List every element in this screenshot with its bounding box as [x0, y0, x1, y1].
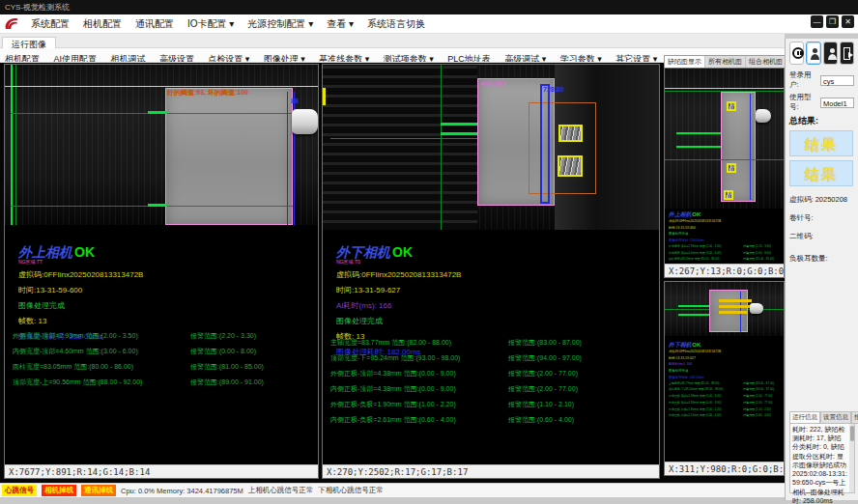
middle-measurements: 主轴宽度=83.77mm 范围:(82.00 - 88.00)报警范围:(83.…	[330, 338, 582, 431]
defect-marker	[727, 101, 736, 111]
ai-time-line: AI耗时(ms): 166	[336, 300, 461, 311]
barcode-line: 虚拟码:0FFIinx2025020813313472B	[336, 269, 461, 280]
left-camera-result-title: 外上相机OK	[18, 246, 143, 259]
left-camera-panel[interactable]: 好的阈值:93, 坏的阈值:100 88 外上相机OK NG区域:TT 虚拟码:…	[4, 64, 319, 479]
user-icon	[813, 48, 817, 53]
tool-advanced-settings[interactable]: 高级设置	[155, 52, 199, 63]
menu-language-switch[interactable]: 系统语言切换	[360, 14, 432, 34]
tool-test-params[interactable]: 测试项参数 ▾	[379, 52, 439, 63]
green-measure-line	[678, 305, 709, 307]
tab-count-label: 负极耳数量:	[789, 254, 854, 264]
model-label: 使用型号:	[789, 93, 820, 112]
log-scroll-thumb[interactable]	[850, 426, 854, 441]
middle-camera-image[interactable]: AI检测区 728.80	[323, 65, 659, 230]
annotation-mark	[719, 299, 752, 302]
mini-measure-row: 内侧正极-顶部=4.38mm 范围:(0.00 - 9.00)报警范围:(2.0…	[669, 401, 783, 405]
alarm-range: 报警范围:(1.10 - 2.10)	[508, 400, 574, 409]
exit-button[interactable]	[840, 42, 854, 65]
tool-other-settings[interactable]: 其它设置 ▾	[611, 52, 662, 63]
tool-camera-config[interactable]: 相机配置	[0, 52, 44, 63]
measurement-value: 顶部宽度-上=90.56mm 范围:(88.00 - 92.00)	[13, 378, 190, 387]
menu-light-config[interactable]: 光源控制配置 ▾	[241, 14, 320, 34]
window-title: CYS-视觉检测系统	[5, 3, 70, 12]
yellow-baseline	[5, 86, 318, 87]
defect-yellow-rect	[558, 125, 583, 142]
model-input[interactable]: Model1	[820, 98, 854, 108]
measurement-row: 外侧宽度-顶部=2.93mm 范围:(2.00 - 3.50)报警范围:(2.2…	[13, 331, 264, 341]
annotation-mark	[719, 311, 748, 314]
menu-system-config[interactable]: 系统配置	[24, 14, 76, 34]
measurement-value: 内侧正极-顶部=4.38mm 范围:(0.00 - 9.00)	[330, 384, 508, 394]
mini-result-title: 外上相机OK	[669, 211, 783, 216]
mini-measure-row: 内侧正极-负极=2.61mm 范围:(0.60 - 4.00)报警范围:(0.6…	[669, 413, 783, 417]
mini-process: 图像处理完成	[669, 369, 783, 374]
minimize-button[interactable]: —	[811, 15, 823, 28]
tool-learning-params[interactable]: 学习参数 ▾	[556, 52, 607, 63]
measurement-value: 外侧宽度-顶部=2.93mm 范围:(2.00 - 3.50)	[13, 331, 190, 341]
operator-button[interactable]	[823, 42, 838, 65]
tool-plc-address[interactable]: PLC地址表	[443, 52, 496, 63]
log-section: 运行信息 设置信息 报错信息 耗时: 222, 缺陷检测耗时: 17, 缺陷分类…	[789, 407, 858, 493]
result-status: OK	[74, 244, 95, 260]
right-small-view-1[interactable]: 外上相机OK 虚拟码:0FFIinx2025020813313472B 时间:1…	[664, 68, 785, 278]
user-dark-icon-body	[828, 54, 837, 60]
blue-measure-value: 728.80	[543, 86, 563, 93]
tab-combined-image[interactable]: 组合相机图	[746, 56, 786, 68]
total-result-label: 总结果:	[789, 115, 854, 127]
measurement-row: 顶部宽度-下=95.24mm 范围:(93.00 - 98.00)报警范围:(9…	[330, 353, 582, 363]
right-small-view-2[interactable]: 外下相机OK 虚拟码:0FFIinx2025020813313472B 时间:1…	[664, 281, 785, 476]
pause-button[interactable]	[789, 42, 804, 65]
login-user-input[interactable]: cys	[820, 75, 854, 86]
bottom-status-bar: 心跳信号 相机掉线 通讯掉线 Cpu: 0.0% Memory: 3424.41…	[0, 483, 785, 497]
yellow-edge-mark	[323, 88, 326, 105]
log-tabs: 运行信息 设置信息 报错信息	[789, 411, 858, 424]
small-view2-statusbar: X:311;Y:980;R:0;G:0;B:0	[665, 462, 784, 475]
tool-ai-config[interactable]: AI使用配置	[48, 52, 101, 63]
blue-measure-line	[287, 92, 288, 225]
menu-comm-config[interactable]: 通讯配置	[129, 14, 181, 34]
small-view2-image[interactable]	[665, 282, 784, 336]
log-tab-settings[interactable]: 设置信息	[820, 411, 851, 424]
alarm-range: 报警范围:(94.00 - 97.00)	[508, 353, 582, 363]
measurement-row: 外侧正极-负极=1.90mm 范围:(1.00 - 2.20)报警范围:(1.1…	[330, 400, 582, 409]
log-tab-run[interactable]: 运行信息	[789, 411, 820, 424]
menu-camera-config[interactable]: 相机配置	[76, 14, 129, 34]
measurement-row: 内侧宽度-顶部=4.60mm 范围:(3.00 - 6.00)报警范围:(0.0…	[13, 347, 264, 356]
control-buttons	[789, 42, 854, 65]
left-camera-image[interactable]: 好的阈值:93, 坏的阈值:100 88	[5, 65, 318, 225]
tool-advanced-debug[interactable]: 高级调试 ▾	[500, 52, 551, 63]
menu-io-config[interactable]: IO卡配置 ▾	[181, 14, 241, 34]
control-panel: 登录用户: cys 使用型号: Model1 总结果: 结果 结果 虚拟码: 2…	[785, 39, 858, 500]
measurement-value: 外侧正极-负极=1.90mm 范围:(1.00 - 2.20)	[330, 400, 508, 409]
small-view1-image[interactable]	[665, 69, 784, 209]
middle-camera-result-title: 外下相机OK	[336, 246, 461, 259]
login-user-label: 登录用户:	[789, 70, 820, 90]
close-button[interactable]: ✕	[842, 15, 854, 28]
comm-offline-badge: 通讯掉线	[81, 485, 116, 496]
log-tab-errors[interactable]: 报错信息	[851, 411, 858, 424]
tool-image-processing[interactable]: 图像处理 ▾	[259, 52, 310, 63]
middle-camera-panel[interactable]: AI检测区 728.80 外下相机OK NG区域:T0 虚拟码:0FFIinx2…	[322, 64, 660, 479]
measurement-value: 外侧正极-顶部=4.38mm 范围:(0.00 - 9.00)	[330, 369, 508, 378]
maximize-button[interactable]: ❐	[826, 15, 839, 28]
process-done-line: 图像处理完成	[18, 300, 143, 311]
tool-spot-check[interactable]: 点检设置 ▾	[203, 52, 254, 63]
tool-camera-debug[interactable]: 相机调试	[105, 52, 150, 63]
alarm-range: 报警范围:(0.00 - 8.00)	[190, 347, 256, 356]
mini-measure-row: 主轴宽度=83.77mm 范围:(82.00 - 88.00)报警范围:(83.…	[669, 381, 783, 385]
process-done-line: 图像处理完成	[336, 316, 461, 326]
log-text-area[interactable]: 耗时: 222, 缺陷检测耗时: 17, 缺陷分类耗时: 0, 缺陷提取分区耗时…	[789, 424, 855, 493]
white-connector-part	[750, 303, 763, 314]
left-pixel-statusbar: X:7677;Y:891;R:14;G:14;B:14	[5, 464, 318, 478]
menu-view[interactable]: 查看 ▾	[320, 14, 360, 34]
tab-all-camera-image[interactable]: 所有相机图	[705, 56, 746, 68]
result-status: OK	[392, 244, 413, 260]
tool-baseline-params[interactable]: 基准线参数 ▾	[314, 52, 374, 63]
tab-defect-image[interactable]: 缺陷图显示	[665, 56, 705, 68]
mini-ai-time: AI耗时(ms): 166	[669, 362, 783, 367]
mini-measure-row: 圆柱宽度=83.05mm 范围:(80.00 - 86.00)报警范围:(81.…	[669, 257, 783, 261]
login-user-button[interactable]	[806, 42, 820, 65]
log-scrollbar[interactable]	[849, 424, 854, 492]
white-connector-part	[756, 109, 771, 123]
mini-time: 时间:13-31-59-600	[669, 225, 783, 230]
